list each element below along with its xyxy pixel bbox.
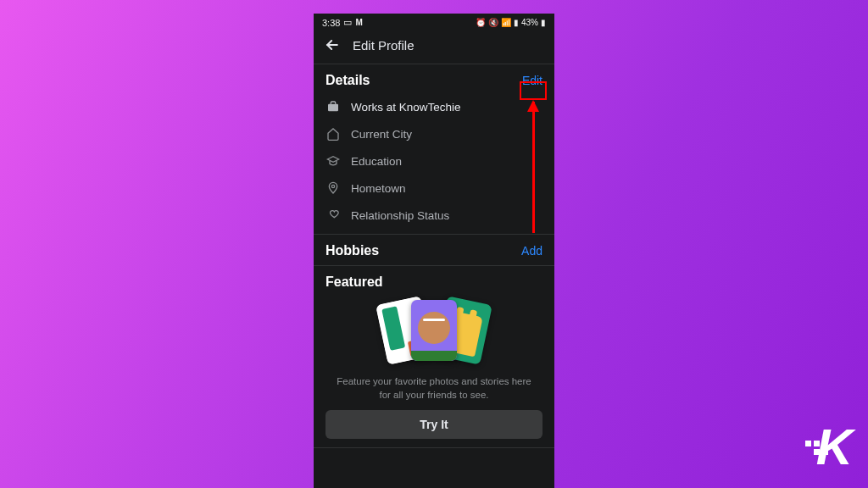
mute-icon: 🔇: [488, 18, 498, 27]
brand-logo-k: K: [816, 418, 849, 476]
section-featured: Featured Feature your favorite photos an…: [314, 266, 554, 448]
graduation-cap-icon: [326, 153, 341, 169]
status-icon-m: M: [355, 18, 362, 27]
hobbies-heading: Hobbies: [326, 243, 379, 258]
detail-label: Hometown: [351, 182, 406, 195]
alarm-icon: ⏰: [476, 18, 486, 27]
detail-row-education[interactable]: Education: [326, 147, 542, 175]
edit-details-link[interactable]: Edit: [522, 74, 542, 87]
featured-heading: Featured: [326, 274, 383, 290]
page-title: Edit Profile: [353, 38, 415, 53]
detail-label: Current City: [351, 128, 412, 141]
status-bar: 3:38 ▭ M ⏰ 🔇 📶 ▮ 43% ▮: [314, 14, 554, 30]
battery-icon: ▮: [541, 18, 546, 27]
detail-row-work[interactable]: Works at KnowTechie: [326, 93, 542, 120]
wifi-icon: 📶: [501, 18, 511, 27]
details-heading: Details: [326, 73, 370, 88]
back-arrow-icon[interactable]: [324, 36, 341, 53]
featured-card-2: [411, 300, 457, 361]
home-icon: [326, 126, 341, 141]
detail-label: Works at KnowTechie: [351, 101, 461, 114]
signal-icon: ▮: [514, 18, 519, 27]
section-details: Details Edit Works at KnowTechie Current…: [314, 64, 554, 235]
app-bar: Edit Profile: [314, 30, 554, 64]
detail-label: Relationship Status: [351, 209, 449, 222]
section-hobbies: Hobbies Add: [314, 235, 554, 266]
status-time: 3:38: [322, 18, 340, 28]
detail-row-city[interactable]: Current City: [326, 120, 542, 147]
detail-row-hometown[interactable]: Hometown: [326, 175, 542, 202]
phone-frame: 3:38 ▭ M ⏰ 🔇 📶 ▮ 43% ▮ Edit Profile Deta…: [314, 14, 554, 488]
status-icon-square: ▭: [343, 17, 352, 28]
battery-text: 43%: [521, 18, 538, 27]
featured-description: Feature your favorite photos and stories…: [326, 374, 542, 410]
try-it-button[interactable]: Try It: [326, 410, 542, 439]
detail-label: Education: [351, 155, 402, 168]
svg-point-1: [331, 185, 334, 187]
briefcase-icon: [326, 99, 341, 114]
add-hobbies-link[interactable]: Add: [521, 244, 542, 258]
location-pin-icon: [326, 180, 341, 196]
svg-rect-0: [328, 104, 338, 112]
featured-cards: [326, 297, 542, 366]
heart-icon: [326, 208, 341, 223]
detail-row-relationship[interactable]: Relationship Status: [326, 202, 542, 229]
